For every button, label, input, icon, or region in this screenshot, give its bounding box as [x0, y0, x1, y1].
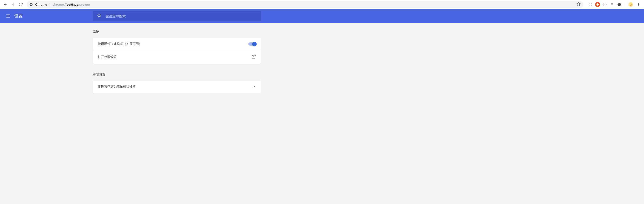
menu-toggle-button[interactable]	[4, 13, 12, 20]
dots-vertical-icon	[636, 3, 640, 7]
proxy-settings-row[interactable]: 打开代理设置	[93, 50, 261, 64]
reload-button[interactable]	[18, 1, 24, 8]
settings-search[interactable]	[93, 11, 261, 21]
svg-point-9	[630, 4, 630, 5]
external-link-icon	[252, 54, 256, 60]
svg-point-3	[589, 3, 592, 6]
search-icon	[97, 13, 102, 19]
omnibox-url-host: settings	[67, 3, 78, 6]
browser-menu-button[interactable]	[636, 1, 642, 8]
extension-icon-5[interactable]	[617, 2, 622, 7]
reload-icon	[19, 3, 23, 7]
svg-point-13	[638, 6, 639, 6]
svg-rect-6	[612, 5, 613, 5]
omnibox-brand: Chrome	[35, 3, 47, 6]
forward-button[interactable]	[10, 1, 16, 8]
extension-icon-3[interactable]	[602, 2, 607, 7]
omnibox-url-prefix: chrome://	[52, 3, 67, 6]
omnibox[interactable]: Chrome | chrome://settings/system	[26, 1, 584, 8]
proxy-settings-label: 打开代理设置	[98, 55, 117, 59]
chevron-right-icon	[253, 85, 256, 89]
system-card: 使用硬件加速模式（如果可用） 打开代理设置	[93, 38, 261, 64]
svg-point-4	[596, 4, 599, 6]
extensions-toolbar	[588, 1, 642, 8]
chrome-site-icon	[29, 3, 33, 6]
extension-icon-1[interactable]	[588, 2, 593, 7]
toggle-knob	[252, 42, 257, 46]
restore-defaults-row[interactable]: 将设置还原为原始默认设置	[93, 81, 261, 93]
section-title-reset: 重置设置	[93, 73, 261, 77]
omnibox-url-suffix: /system	[78, 3, 90, 6]
arrow-left-icon	[4, 3, 8, 7]
hamburger-icon	[6, 14, 10, 19]
restore-defaults-label: 将设置还原为原始默认设置	[98, 85, 136, 89]
content-area: 系统 使用硬件加速模式（如果可用） 打开代理设置 重置设置 将设置还原为原始默认…	[0, 23, 644, 204]
hardware-acceleration-row: 使用硬件加速模式（如果可用）	[93, 38, 261, 50]
reset-card: 将设置还原为原始默认设置	[93, 81, 261, 93]
extension-icon-4[interactable]	[610, 2, 614, 7]
back-button[interactable]	[2, 1, 8, 8]
page-title: 设置	[14, 13, 22, 19]
svg-point-12	[638, 4, 639, 5]
toolbar-separator	[625, 2, 625, 7]
bookmark-button[interactable]	[577, 2, 581, 7]
search-input[interactable]	[106, 14, 257, 18]
browser-chrome: Chrome | chrome://settings/system	[0, 0, 644, 9]
svg-point-10	[631, 4, 632, 5]
profile-avatar[interactable]	[628, 2, 633, 7]
star-icon	[577, 2, 581, 6]
svg-point-1	[30, 4, 32, 5]
omnibox-separator: |	[49, 3, 50, 6]
svg-marker-2	[577, 3, 580, 6]
svg-point-14	[98, 14, 100, 17]
hardware-acceleration-label: 使用硬件加速模式（如果可用）	[98, 42, 142, 46]
section-title-system: 系统	[93, 30, 261, 34]
svg-point-11	[638, 3, 639, 4]
arrow-right-icon	[11, 3, 15, 7]
hardware-acceleration-toggle[interactable]	[248, 42, 256, 46]
extension-icon-2[interactable]	[595, 2, 600, 7]
svg-point-8	[629, 2, 633, 6]
